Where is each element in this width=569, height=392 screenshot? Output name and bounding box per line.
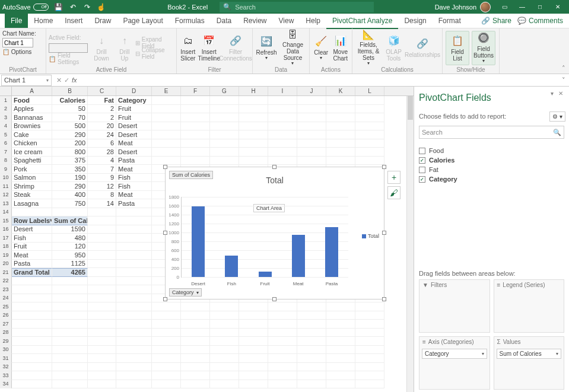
row-header[interactable]: 7 — [0, 148, 12, 157]
cell[interactable] — [297, 148, 326, 157]
col-header-g[interactable]: G — [210, 87, 239, 95]
cell[interactable] — [88, 371, 116, 380]
cell[interactable] — [52, 285, 88, 294]
cell[interactable]: Brownies — [12, 122, 52, 131]
row-header[interactable]: 1 — [0, 96, 12, 105]
cell[interactable] — [326, 371, 355, 380]
fx-icon[interactable]: fx — [72, 77, 77, 84]
cell[interactable] — [52, 277, 88, 286]
cell[interactable] — [152, 380, 181, 389]
cell[interactable] — [116, 277, 152, 286]
cell[interactable]: Fat — [88, 96, 116, 105]
cell[interactable] — [52, 363, 88, 372]
cell[interactable] — [88, 234, 116, 243]
cell[interactable]: Meat — [12, 251, 52, 260]
cell[interactable] — [88, 225, 116, 234]
save-icon[interactable]: 💾 — [53, 2, 64, 12]
values-area-item[interactable]: Sum of Calories▾ — [497, 349, 562, 359]
cell[interactable]: 400 — [52, 191, 88, 200]
cell[interactable] — [268, 122, 297, 131]
cell[interactable] — [326, 337, 355, 346]
cell[interactable]: Pasta — [116, 199, 152, 208]
row-header[interactable]: 19 — [0, 251, 12, 260]
chart-name-input[interactable] — [2, 38, 33, 47]
cell[interactable] — [355, 122, 384, 131]
cell[interactable] — [52, 371, 88, 380]
cell[interactable] — [152, 337, 181, 346]
cell[interactable]: Fish — [116, 174, 152, 183]
cell[interactable] — [326, 346, 355, 355]
cell[interactable] — [268, 113, 297, 122]
tab-help[interactable]: Help — [300, 14, 326, 28]
redo-icon[interactable]: ↷ — [82, 2, 93, 12]
cell[interactable]: Fish — [116, 182, 152, 191]
row-header[interactable]: 3 — [0, 113, 12, 122]
row-header[interactable]: 4 — [0, 122, 12, 131]
cell[interactable] — [52, 337, 88, 346]
cell[interactable]: Pork — [12, 165, 52, 174]
cell[interactable] — [326, 320, 355, 329]
row-header[interactable]: 9 — [0, 165, 12, 174]
cell[interactable] — [210, 130, 239, 139]
cell[interactable] — [116, 337, 152, 346]
cell[interactable]: 2 — [88, 113, 116, 122]
autosave-toggle[interactable]: AutoSave Off — [2, 4, 49, 11]
cell[interactable] — [181, 157, 210, 165]
row-header[interactable]: 10 — [0, 174, 12, 183]
cell[interactable] — [210, 311, 239, 320]
cell[interactable] — [239, 105, 268, 114]
col-header-e[interactable]: E — [152, 87, 181, 95]
close-icon[interactable]: ✕ — [549, 0, 567, 14]
cell[interactable]: Shrimp — [12, 182, 52, 191]
cell[interactable] — [88, 294, 116, 303]
cell[interactable]: Bannanas — [12, 113, 52, 122]
cell[interactable] — [12, 320, 52, 329]
cell[interactable]: 70 — [52, 113, 88, 122]
cell[interactable]: Ice cream — [12, 148, 52, 157]
cell[interactable] — [12, 277, 52, 286]
cell[interactable] — [210, 337, 239, 346]
cell[interactable] — [12, 354, 52, 363]
cell[interactable] — [326, 302, 355, 311]
values-area[interactable]: ΣValues Sum of Calories▾ — [494, 336, 565, 390]
cell[interactable] — [239, 380, 268, 389]
checkbox-icon[interactable]: ✓ — [419, 176, 425, 183]
cell[interactable]: 290 — [52, 130, 88, 139]
col-header-c[interactable]: C — [88, 87, 116, 95]
cell[interactable] — [181, 130, 210, 139]
undo-icon[interactable]: ↶ — [68, 2, 78, 12]
cell[interactable]: 14 — [88, 199, 116, 208]
cell[interactable] — [88, 260, 116, 269]
autosave-switch-icon[interactable]: Off — [33, 4, 49, 11]
cell[interactable] — [152, 122, 181, 131]
search-box[interactable]: 🔍 Search — [220, 2, 374, 12]
axis-area[interactable]: ≡Axis (Categories) Category▾ — [419, 336, 490, 390]
row-header[interactable]: 15 — [0, 216, 12, 225]
cell[interactable] — [297, 371, 326, 380]
cell[interactable]: 290 — [52, 182, 88, 191]
cell[interactable] — [355, 96, 384, 105]
cell[interactable] — [116, 311, 152, 320]
row-header[interactable]: 33 — [0, 371, 12, 380]
select-all-corner[interactable] — [0, 87, 12, 95]
cell[interactable] — [88, 243, 116, 251]
chart-values-field-button[interactable]: Sum of Calories — [169, 171, 213, 179]
cell[interactable] — [116, 346, 152, 355]
pane-settings-button[interactable]: ⚙ ▾ — [549, 111, 565, 122]
cell[interactable] — [268, 363, 297, 372]
chart-elements-button[interactable]: + — [387, 171, 400, 184]
cell[interactable] — [88, 277, 116, 286]
col-header-a[interactable]: A — [12, 87, 52, 95]
cell[interactable] — [239, 337, 268, 346]
cell[interactable] — [326, 96, 355, 105]
row-header[interactable]: 17 — [0, 234, 12, 243]
cell[interactable]: Meat — [116, 165, 152, 174]
insert-timeline-button[interactable]: 📅Insert Timeline — [198, 31, 220, 65]
cell[interactable] — [12, 371, 52, 380]
cell[interactable] — [297, 113, 326, 122]
worksheet-grid[interactable]: A B C D E F G H I J K L 1FoodCaloriesFat… — [0, 87, 414, 392]
cell[interactable]: 8 — [88, 191, 116, 200]
cell[interactable] — [355, 371, 384, 380]
cell[interactable] — [326, 130, 355, 139]
cell[interactable] — [355, 337, 384, 346]
